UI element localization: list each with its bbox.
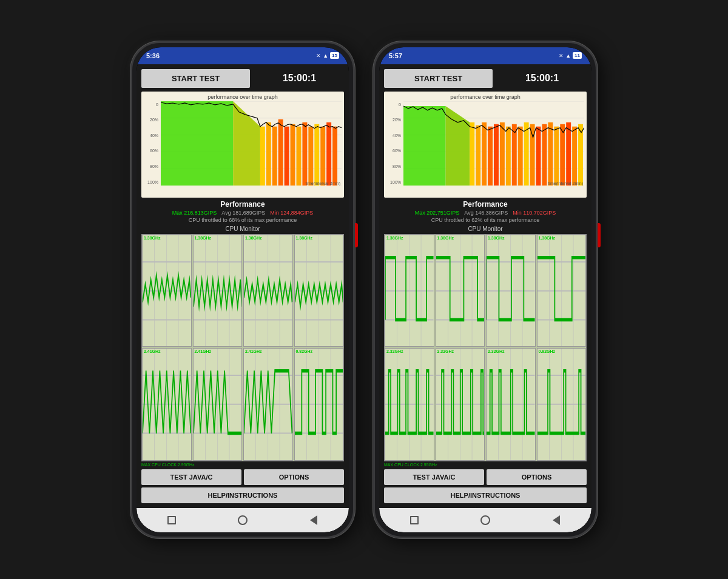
svg-rect-100 bbox=[560, 124, 565, 185]
start-test-button-1[interactable]: START TEST bbox=[141, 69, 250, 88]
cpu-monitor-title-2: CPU Monitor bbox=[384, 226, 587, 232]
cpu-cell2-2-4: 0.82GHz bbox=[537, 348, 587, 461]
cpu-cell2-1-1: 1.38GHz bbox=[385, 235, 434, 347]
cpu-cell-2-4: 0.82GHz bbox=[294, 348, 344, 461]
status-bar-1: 5:36 ✕ ▲ 15 bbox=[136, 47, 349, 64]
top-controls-1: START TEST 15:00:1 bbox=[141, 69, 344, 88]
cpu-monitor-1: CPU Monitor 1.38GHz bbox=[141, 226, 344, 467]
cpu-cell-2-2: 2.41GHz bbox=[193, 348, 243, 461]
svg-rect-15 bbox=[302, 122, 307, 185]
cpu-cell-1-3: 1.38GHz bbox=[243, 235, 293, 347]
cpu-cell2-2-1: 2.32GHz bbox=[385, 348, 434, 461]
phone-2-screen: 5:57 ✕ ▲ 11 START TEST 15:00:1 performan… bbox=[379, 47, 592, 532]
timer-1: 15:00:1 bbox=[255, 73, 344, 84]
nav-square-1[interactable] bbox=[166, 515, 177, 526]
options-button-2[interactable]: OPTIONS bbox=[487, 469, 587, 485]
cpu-grid-1: 1.38GHz bbox=[141, 234, 344, 461]
svg-rect-13 bbox=[291, 124, 295, 185]
nav-back-1[interactable] bbox=[308, 515, 319, 526]
cpu-cell-1-4: 1.38GHz bbox=[294, 235, 344, 347]
x-axis-label-1: time(interval 2min) bbox=[305, 181, 340, 186]
svg-rect-90 bbox=[500, 122, 505, 185]
nav-back-2[interactable] bbox=[551, 515, 562, 526]
help-button-2[interactable]: HELP/INSTRUCTIONS bbox=[384, 487, 587, 503]
throttle-text-2: CPU throttled to 62% of its max performa… bbox=[384, 217, 587, 223]
app-content-1: START TEST 15:00:1 performance over time… bbox=[136, 64, 349, 508]
nav-bar-1 bbox=[136, 508, 349, 532]
battery-icon-2: 11 bbox=[573, 52, 582, 59]
cpu-cell2-2-3: 2.32GHz bbox=[486, 348, 536, 461]
svg-rect-8 bbox=[260, 126, 265, 185]
cpu-cell-2-3: 2.41GHz bbox=[243, 348, 293, 461]
svg-rect-91 bbox=[506, 126, 511, 185]
phone-1-screen: 5:36 ✕ ▲ 15 START TEST 15:00:1 performan… bbox=[136, 47, 349, 532]
svg-rect-17 bbox=[314, 124, 319, 185]
cpu-grid-2: 1.38GHz bbox=[384, 234, 587, 461]
perf-title-1: Performance bbox=[141, 200, 344, 209]
svg-marker-7 bbox=[233, 101, 260, 186]
perf-avg-1: Avg 181,689GIPS bbox=[221, 210, 265, 216]
battery-icon-1: 15 bbox=[330, 52, 339, 59]
nav-home-1[interactable] bbox=[237, 515, 248, 526]
perf-stats-section-1: Performance Max 216,813GIPS Avg 181,689G… bbox=[141, 200, 344, 223]
svg-rect-96 bbox=[536, 126, 541, 185]
svg-rect-20 bbox=[332, 126, 337, 185]
svg-rect-89 bbox=[494, 124, 499, 185]
svg-rect-93 bbox=[518, 126, 523, 185]
wifi-icon-1: ▲ bbox=[323, 53, 328, 59]
phone-1: 5:36 ✕ ▲ 15 START TEST 15:00:1 performan… bbox=[130, 41, 355, 538]
svg-rect-87 bbox=[482, 122, 487, 185]
perf-title-2: Performance bbox=[384, 200, 587, 209]
y-axis-2: 100% 80% 60% 40% 20% 0 bbox=[386, 101, 403, 186]
svg-marker-83 bbox=[403, 105, 446, 185]
perf-max-1: Max 216,813GIPS bbox=[172, 210, 217, 216]
svg-rect-85 bbox=[470, 122, 474, 185]
phone-2-inner: 5:57 ✕ ▲ 11 START TEST 15:00:1 performan… bbox=[379, 47, 592, 532]
svg-rect-9 bbox=[266, 122, 271, 185]
cpu-cell-1-1: 1.38GHz bbox=[142, 235, 192, 347]
app-content-2: START TEST 15:00:1 performance over time… bbox=[379, 64, 592, 508]
help-button-1[interactable]: HELP/INSTRUCTIONS bbox=[141, 487, 344, 503]
chart-title-2: performance over time graph bbox=[386, 94, 584, 100]
svg-rect-98 bbox=[548, 122, 553, 185]
cpu-cell2-1-2: 1.38GHz bbox=[436, 235, 485, 347]
max-clock-2: MAX CPU CLOCK:2.95GHz bbox=[384, 463, 587, 467]
perf-min-2: Min 110,702GIPS bbox=[513, 210, 556, 216]
svg-rect-102 bbox=[572, 126, 577, 185]
svg-rect-19 bbox=[326, 122, 331, 185]
status-bar-2: 5:57 ✕ ▲ 11 bbox=[379, 47, 592, 64]
svg-rect-12 bbox=[285, 126, 289, 185]
max-clock-1: MAX CPU CLOCK:2.95GHz bbox=[141, 463, 344, 467]
signal-icon-2: ✕ bbox=[559, 53, 564, 59]
side-button-2[interactable] bbox=[598, 223, 601, 247]
cpu-monitor-2: CPU Monitor 1.38GHz bbox=[384, 226, 587, 467]
svg-marker-6 bbox=[161, 101, 233, 186]
cpu-cell-1-2: 1.38GHz bbox=[193, 235, 243, 347]
svg-rect-103 bbox=[578, 124, 583, 185]
start-test-button-2[interactable]: START TEST bbox=[384, 69, 493, 88]
options-button-1[interactable]: OPTIONS bbox=[244, 469, 344, 485]
cpu-monitor-title-1: CPU Monitor bbox=[141, 226, 344, 232]
test-java-button-2[interactable]: TEST JAVA/C bbox=[384, 469, 484, 485]
timer-2: 15:00:1 bbox=[497, 73, 587, 84]
svg-rect-14 bbox=[297, 126, 302, 185]
status-icons-1: ✕ ▲ 15 bbox=[316, 52, 339, 59]
cpu-cell2-2-2: 2.32GHz bbox=[436, 348, 485, 461]
perf-min-1: Min 124,884GIPS bbox=[270, 210, 313, 216]
chart-area-1: 100% 80% 60% 40% 20% 0 bbox=[144, 101, 342, 195]
side-button-1[interactable] bbox=[355, 223, 358, 247]
phone-2: 5:57 ✕ ▲ 11 START TEST 15:00:1 performan… bbox=[373, 41, 598, 538]
perf-chart-1: performance over time graph 100% 80% 60%… bbox=[141, 92, 344, 198]
nav-home-2[interactable] bbox=[480, 515, 491, 526]
test-java-button-1[interactable]: TEST JAVA/C bbox=[141, 469, 241, 485]
svg-rect-101 bbox=[566, 122, 571, 185]
signal-icon-1: ✕ bbox=[316, 53, 321, 59]
perf-max-2: Max 202,751GIPS bbox=[415, 210, 460, 216]
nav-bar-2 bbox=[379, 508, 592, 532]
perf-chart-2: performance over time graph 100% 80% 60%… bbox=[384, 92, 587, 198]
chart-plot-1: time(interval 2min) bbox=[161, 101, 342, 186]
svg-rect-99 bbox=[554, 126, 559, 185]
svg-rect-18 bbox=[320, 126, 325, 185]
svg-rect-10 bbox=[272, 126, 277, 185]
nav-square-2[interactable] bbox=[409, 515, 420, 526]
